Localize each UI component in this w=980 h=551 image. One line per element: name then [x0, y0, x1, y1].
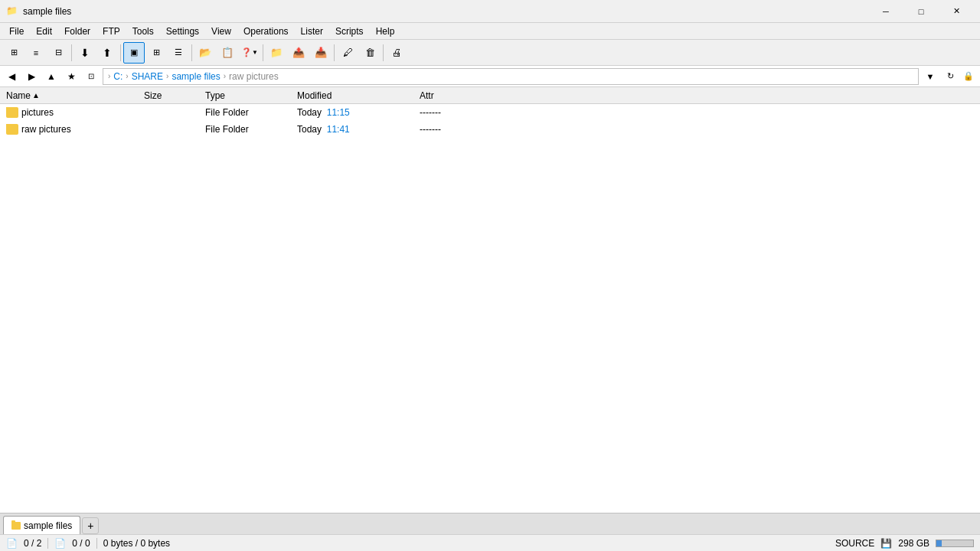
bookmark-button[interactable]: ★: [63, 68, 80, 85]
status-separator-2: [96, 538, 97, 549]
path-segment-c[interactable]: C:: [113, 71, 122, 82]
file-attr-cell: -------: [416, 107, 493, 118]
file-attr-cell: -------: [416, 124, 493, 135]
thumbnails-button[interactable]: ⊟: [47, 42, 69, 64]
open-folder-icon: 📂: [199, 47, 211, 58]
tab-folder-icon: [11, 522, 21, 530]
menu-operations[interactable]: Operations: [237, 24, 295, 38]
path-segment-samplefiles[interactable]: sample files: [172, 71, 220, 82]
left-count: 0 / 2: [24, 538, 41, 549]
toolbar-separator-2: [120, 44, 121, 61]
sort-icon-name: ▲: [32, 91, 40, 99]
folder-icon: [6, 107, 18, 118]
refresh-button[interactable]: ↻: [942, 68, 959, 85]
menu-lister[interactable]: Lister: [295, 24, 329, 38]
drive-progress-bar: [936, 540, 974, 547]
details-icon: ☰: [175, 47, 182, 57]
print-button[interactable]: 🖨: [386, 42, 407, 64]
file-modified-cell: Today 11:41: [294, 124, 416, 135]
back-button[interactable]: ◀: [3, 68, 20, 85]
drive-progress-fill: [936, 540, 942, 546]
file-name-cell: pictures: [3, 107, 141, 118]
menu-bar: File Edit Folder FTP Tools Settings View…: [0, 23, 980, 40]
file-icon-right: 📄: [54, 538, 66, 549]
address-right-buttons: ↻ 🔒: [942, 68, 977, 85]
menu-view[interactable]: View: [205, 24, 237, 38]
path-arrow-3: ›: [224, 72, 226, 80]
menu-settings[interactable]: Settings: [160, 24, 205, 38]
file-list-container: Name ▲ Size Type Modified Attr pictures …: [0, 87, 980, 513]
copy-down-button[interactable]: ⬇: [74, 42, 96, 64]
path-current: raw pictures: [229, 71, 279, 82]
table-row[interactable]: pictures File Folder Today 11:15 -------: [0, 104, 980, 121]
bytes-info: 0 bytes / 0 bytes: [103, 538, 170, 549]
minimize-button[interactable]: ─: [868, 0, 903, 23]
extract-button[interactable]: 📤: [288, 42, 309, 64]
menu-edit[interactable]: Edit: [30, 24, 58, 38]
right-count: 0 / 0: [72, 538, 90, 549]
close-button[interactable]: ✕: [939, 0, 974, 23]
toolbar: ⊞ ≡ ⊟ ⬇ ⬆ ▣ ⊞ ☰ 📂 📋 ❓ ▼ 📁 📤 📥 🖊: [0, 40, 980, 66]
delete-icon: 🗑: [365, 47, 375, 58]
copy-up-button[interactable]: ⬆: [96, 42, 118, 64]
menu-tools[interactable]: Tools: [126, 24, 160, 38]
copy-down-icon: ⬇: [80, 47, 90, 59]
toolbar-separator-1: [71, 44, 72, 61]
details-button[interactable]: ☰: [168, 42, 189, 64]
up-button[interactable]: ▲: [43, 68, 60, 85]
file-type-cell: File Folder: [202, 107, 294, 118]
file-list-header: Name ▲ Size Type Modified Attr: [0, 87, 980, 104]
toolbar-separator-4: [263, 44, 263, 61]
forward-button[interactable]: ▶: [23, 68, 40, 85]
new-folder-icon: 📁: [270, 47, 283, 58]
menu-ftp[interactable]: FTP: [96, 24, 126, 38]
path-arrow-1: ›: [126, 72, 128, 80]
add-tab-button[interactable]: +: [82, 517, 99, 534]
file-name-label: pictures: [21, 107, 54, 118]
title-bar: 📁 sample files ─ □ ✕: [0, 0, 980, 23]
path-sep-0: ›: [108, 72, 110, 80]
rename-button[interactable]: 🖊: [337, 42, 358, 64]
new-folder-button[interactable]: 📁: [266, 42, 287, 64]
file-name-label: raw pictures: [21, 124, 71, 135]
col-header-attr[interactable]: Attr: [416, 87, 493, 104]
copy-button[interactable]: 📋: [217, 42, 238, 64]
col-header-size[interactable]: Size: [141, 87, 202, 104]
col-header-modified[interactable]: Modified: [294, 87, 416, 104]
file-modified-cell: Today 11:15: [294, 107, 416, 118]
single-panel-button[interactable]: ▣: [123, 42, 145, 64]
address-path[interactable]: › C: › SHARE › sample files › raw pictur…: [103, 68, 919, 85]
path-arrow-2: ›: [166, 72, 168, 80]
list-button[interactable]: ≡: [25, 42, 47, 64]
status-right: SOURCE 💾 298 GB: [835, 538, 974, 549]
print-icon: 🖨: [392, 47, 402, 58]
brief-button[interactable]: ⊞: [3, 42, 24, 64]
col-header-type[interactable]: Type: [202, 87, 294, 104]
dual-panel-button[interactable]: ⊞: [145, 42, 167, 64]
menu-folder[interactable]: Folder: [58, 24, 96, 38]
compress-icon: 📥: [315, 47, 327, 58]
tree-button[interactable]: ⊡: [83, 68, 100, 85]
copy-icon: 📋: [221, 47, 234, 58]
compress-button[interactable]: 📥: [310, 42, 332, 64]
help-icon: ❓: [241, 47, 252, 57]
source-label: SOURCE: [835, 538, 874, 549]
path-segment-share[interactable]: SHARE: [132, 71, 163, 82]
address-dropdown-button[interactable]: ▼: [922, 68, 939, 85]
col-header-name[interactable]: Name ▲: [3, 87, 141, 104]
lock-button[interactable]: 🔒: [960, 68, 977, 85]
menu-file[interactable]: File: [3, 24, 30, 38]
tab-bar: sample files +: [0, 513, 980, 534]
menu-scripts[interactable]: Scripts: [329, 24, 370, 38]
help-dropdown-button[interactable]: ❓ ▼: [239, 42, 260, 64]
open-folder-button[interactable]: 📂: [194, 42, 216, 64]
tab-label: sample files: [24, 520, 72, 531]
dual-panel-icon: ⊞: [153, 47, 160, 57]
delete-button[interactable]: 🗑: [359, 42, 381, 64]
table-row[interactable]: raw pictures File Folder Today 11:41 ---…: [0, 121, 980, 138]
maximize-button[interactable]: □: [903, 0, 939, 23]
copy-up-icon: ⬆: [103, 47, 112, 59]
toolbar-separator-3: [191, 44, 192, 61]
tab-sample-files[interactable]: sample files: [3, 516, 80, 534]
menu-help[interactable]: Help: [370, 24, 401, 38]
